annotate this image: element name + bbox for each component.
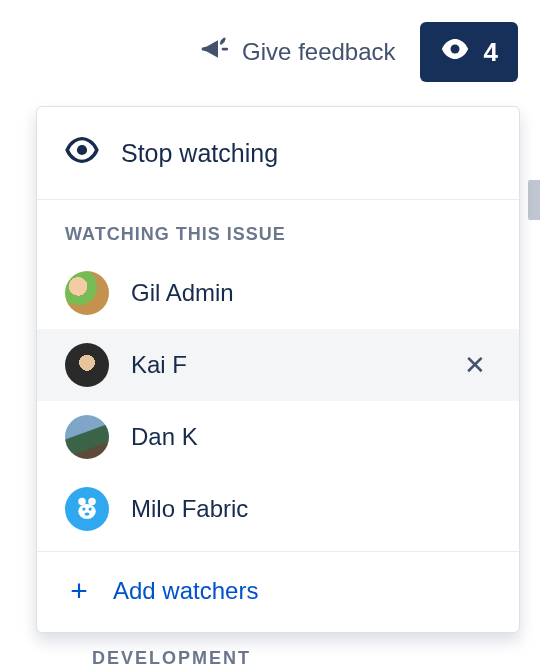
eye-icon [65, 133, 99, 173]
svg-point-5 [82, 507, 85, 510]
background-section-label: DEVELOPMENT [92, 648, 251, 669]
avatar [65, 271, 109, 315]
stop-watching-button[interactable]: Stop watching [37, 107, 519, 200]
remove-watcher-icon[interactable]: ✕ [459, 350, 491, 381]
watchers-count-value: 4 [484, 37, 498, 68]
stop-watching-label: Stop watching [121, 139, 278, 168]
svg-point-7 [85, 512, 90, 515]
watcher-item[interactable]: Kai F ✕ [37, 329, 519, 401]
avatar [65, 415, 109, 459]
give-feedback-button[interactable]: Give feedback [198, 34, 395, 70]
toolbar: Give feedback 4 [0, 0, 540, 82]
svg-point-2 [78, 498, 86, 506]
plus-icon: + [65, 576, 93, 606]
watcher-item[interactable]: Gil Admin [37, 257, 519, 329]
watcher-name: Kai F [131, 351, 437, 379]
megaphone-icon [198, 34, 228, 70]
watchers-button[interactable]: 4 [420, 22, 518, 82]
scrollbar-hint [528, 180, 540, 220]
watcher-name: Milo Fabric [131, 495, 491, 523]
eye-icon [440, 34, 470, 71]
svg-point-1 [77, 145, 87, 155]
avatar [65, 487, 109, 531]
watchers-dropdown: Stop watching WATCHING THIS ISSUE Gil Ad… [36, 106, 520, 633]
add-watchers-button[interactable]: + Add watchers [37, 552, 519, 632]
svg-point-3 [88, 498, 96, 506]
watchers-section-header: WATCHING THIS ISSUE [37, 200, 519, 257]
watcher-name: Dan K [131, 423, 491, 451]
watcher-item[interactable]: Milo Fabric [37, 473, 519, 545]
watcher-item[interactable]: Dan K [37, 401, 519, 473]
watcher-name: Gil Admin [131, 279, 491, 307]
add-watchers-label: Add watchers [113, 577, 258, 605]
svg-point-4 [78, 504, 96, 519]
svg-point-6 [89, 507, 92, 510]
avatar [65, 343, 109, 387]
give-feedback-label: Give feedback [242, 38, 395, 66]
svg-point-0 [450, 44, 459, 53]
